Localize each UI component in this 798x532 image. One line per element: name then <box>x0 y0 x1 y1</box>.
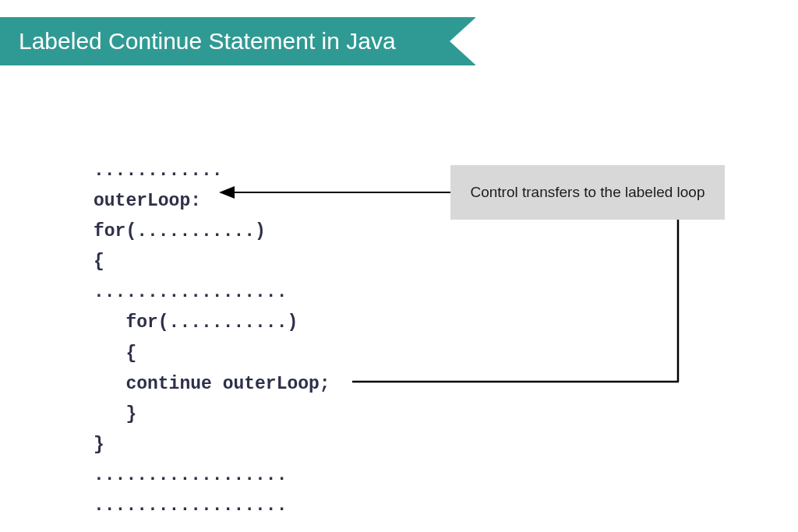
code-line-1: outerLoop: <box>94 191 201 211</box>
code-line-7: continue outerLoop; <box>94 374 330 394</box>
banner-notch <box>450 17 476 65</box>
code-line-11: .................. <box>94 495 287 516</box>
code-line-4: .................. <box>94 282 287 302</box>
code-line-0: ............ <box>94 160 223 181</box>
banner-title: Labeled Continue Statement in Java <box>19 28 396 55</box>
code-line-9: } <box>94 435 104 455</box>
code-line-5: for(...........) <box>94 312 298 333</box>
code-line-3: { <box>94 252 104 272</box>
code-line-6: { <box>94 344 136 364</box>
title-banner: Labeled Continue Statement in Java <box>0 17 475 65</box>
code-line-8: } <box>94 404 136 425</box>
code-block: ............ outerLoop: for(...........)… <box>94 156 330 521</box>
annotation-box: Control transfers to the labeled loop <box>450 165 725 220</box>
code-line-10: .................. <box>94 465 287 485</box>
annotation-text: Control transfers to the labeled loop <box>470 182 704 203</box>
code-line-2: for(...........) <box>94 221 266 241</box>
